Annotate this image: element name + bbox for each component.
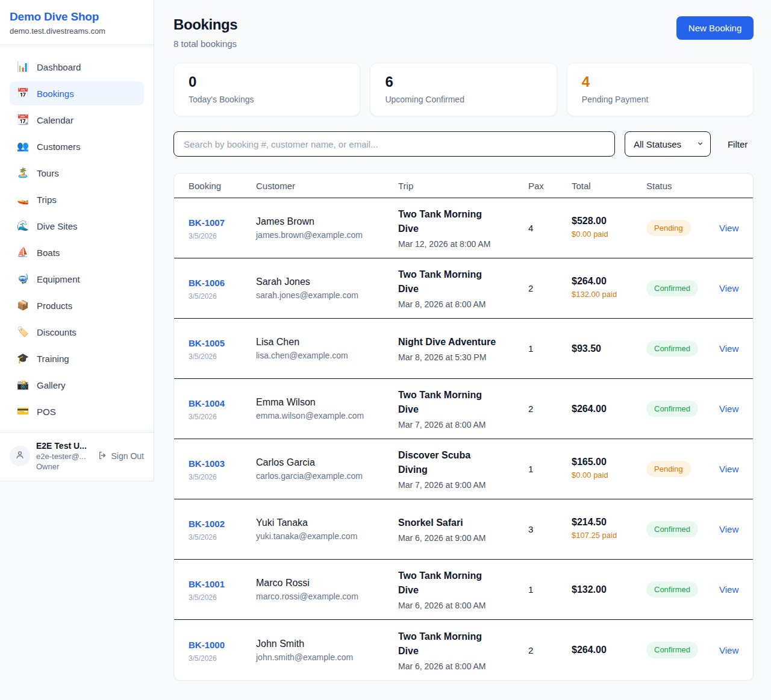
customer-cell: Yuki Tanakayuki.tanaka@example.com (256, 517, 398, 541)
total-cell: $264.00$132.00 paid (572, 276, 646, 300)
trip-datetime: Mar 12, 2026 at 8:00 AM (398, 239, 528, 249)
app: Demo Dive Shop demo.test.divestreams.com… (0, 0, 771, 699)
sidebar-item-training[interactable]: 🎓Training (10, 346, 144, 370)
sign-out-icon (98, 451, 107, 462)
search-input[interactable] (173, 131, 615, 157)
sidebar-item-label: Trips (37, 195, 57, 205)
booking-id-link[interactable]: BK-1004 (189, 396, 225, 411)
brand-name: Demo Dive Shop (10, 10, 144, 23)
booking-cell: BK-10063/5/2026 (189, 276, 256, 301)
trip-cell: Two Tank Morning DiveMar 7, 2026 at 8:00… (398, 388, 528, 430)
view-link[interactable]: View (719, 223, 738, 233)
column-header: Pax (528, 181, 572, 191)
booking-id-link[interactable]: BK-1006 (189, 276, 225, 290)
sidebar-item-label: Calendar (37, 115, 73, 125)
total-cell: $132.00 (572, 584, 646, 595)
user-name: E2E Test U... (36, 441, 92, 451)
page-header: Bookings 8 total bookings New Booking (173, 16, 754, 49)
booking-id-link[interactable]: BK-1007 (189, 216, 225, 230)
booking-id-link[interactable]: BK-1001 (189, 577, 225, 592)
pax-count: 3 (528, 524, 572, 534)
booking-cell: BK-10073/5/2026 (189, 216, 256, 240)
stat-card-todays-bookings: 0Today's Bookings (173, 63, 360, 116)
sidebar-item-dashboard[interactable]: 📊Dashboard (10, 55, 144, 79)
sidebar-item-discounts[interactable]: 🏷️Discounts (10, 320, 144, 344)
speedboat-icon: 🚤 (17, 195, 29, 204)
column-header: Booking (189, 181, 256, 191)
sidebar-item-gallery[interactable]: 📸Gallery (10, 373, 144, 397)
customer-cell: Marco Rossimarco.rossi@example.com (256, 578, 398, 601)
sidebar-item-label: Tours (37, 168, 59, 178)
table-row: BK-10023/5/2026Yuki Tanakayuki.tanaka@ex… (174, 499, 753, 560)
booking-id-link[interactable]: BK-1000 (189, 638, 225, 652)
page-header-text: Bookings 8 total bookings (173, 16, 237, 49)
wave-icon: 🌊 (17, 221, 29, 231)
total-cell: $264.00 (572, 404, 646, 414)
total-amount: $132.00 (572, 584, 646, 595)
column-header: Total (572, 181, 646, 191)
booking-cell: BK-10053/5/2026 (189, 336, 256, 361)
view-link[interactable]: View (719, 584, 738, 595)
status-cell: Confirmed (646, 581, 719, 598)
view-link[interactable]: View (719, 343, 738, 354)
sidebar-item-label: Boats (37, 248, 60, 258)
sidebar-item-equipment[interactable]: 🤿Equipment (10, 267, 144, 291)
customer-cell: Lisa Chenlisa.chen@example.com (256, 337, 398, 360)
view-link[interactable]: View (719, 464, 738, 474)
new-booking-button[interactable]: New Booking (676, 16, 754, 40)
user-meta: E2E Test U... e2e-tester@... Owner (36, 441, 92, 471)
customer-name: John Smith (256, 639, 398, 649)
brand-domain: demo.test.divestreams.com (10, 27, 144, 36)
table-body: BK-10073/5/2026James Brownjames.brown@ex… (174, 198, 753, 680)
table-row: BK-10073/5/2026James Brownjames.brown@ex… (174, 198, 753, 258)
stat-value: 0 (189, 73, 345, 90)
sidebar-item-boats[interactable]: ⛵Boats (10, 240, 144, 264)
pax-count: 2 (528, 404, 572, 414)
sidebar-item-tours[interactable]: 🏝️Tours (10, 161, 144, 185)
paid-amount: $0.00 paid (572, 470, 622, 481)
trip-datetime: Mar 6, 2026 at 8:00 AM (398, 661, 528, 671)
total-cell: $528.00$0.00 paid (572, 216, 646, 240)
sidebar-item-trips[interactable]: 🚤Trips (10, 187, 144, 211)
view-link[interactable]: View (719, 404, 738, 414)
filter-button[interactable]: Filter (720, 139, 754, 149)
island-icon: 🏝️ (17, 168, 29, 178)
sidebar-item-products[interactable]: 📦Products (10, 293, 144, 317)
brand: Demo Dive Shop demo.test.divestreams.com (0, 0, 154, 45)
paid-amount: $0.00 paid (572, 229, 622, 240)
table-row: BK-10043/5/2026Emma Wilsonemma.wilson@ex… (174, 379, 753, 439)
customer-email: carlos.garcia@example.com (256, 471, 398, 481)
booking-id-link[interactable]: BK-1005 (189, 336, 225, 351)
customer-email: yuki.tanaka@example.com (256, 531, 398, 541)
sidebar-item-dive-sites[interactable]: 🌊Dive Sites (10, 214, 144, 238)
booking-id-link[interactable]: BK-1002 (189, 517, 225, 531)
sign-out-button[interactable]: Sign Out (98, 451, 144, 462)
total-amount: $264.00 (572, 404, 646, 414)
trip-cell: Snorkel SafariMar 6, 2026 at 9:00 AM (398, 516, 528, 543)
stat-value: 4 (582, 73, 738, 90)
tag-icon: 🏷️ (17, 327, 29, 337)
view-link[interactable]: View (719, 524, 738, 534)
table-row: BK-10003/5/2026John Smithjohn.smith@exam… (174, 620, 753, 680)
booking-cell: BK-10043/5/2026 (189, 396, 256, 421)
sidebar-item-calendar[interactable]: 📆Calendar (10, 108, 144, 132)
trip-datetime: Mar 6, 2026 at 8:00 AM (398, 601, 528, 610)
sidebar-item-bookings[interactable]: 📅Bookings (10, 81, 144, 105)
booking-cell: BK-10003/5/2026 (189, 638, 256, 663)
view-link[interactable]: View (719, 645, 738, 655)
sidebar-item-label: POS (37, 407, 56, 417)
status-badge: Confirmed (646, 401, 698, 417)
user-role: Owner (36, 462, 92, 471)
table-row: BK-10013/5/2026Marco Rossimarco.rossi@ex… (174, 560, 753, 620)
booking-id-link[interactable]: BK-1003 (189, 457, 225, 471)
booking-date: 3/5/2026 (189, 654, 256, 663)
view-link[interactable]: View (719, 283, 738, 293)
trip-name: Discover Scuba Diving (398, 448, 502, 477)
sidebar-item-pos[interactable]: 💳POS (10, 399, 144, 423)
sidebar-item-customers[interactable]: 👥Customers (10, 134, 144, 158)
status-cell: Pending (646, 461, 719, 478)
customer-cell: Sarah Jonessarah.jones@example.com (256, 277, 398, 300)
customer-name: James Brown (256, 216, 398, 227)
status-select[interactable]: All Statuses (625, 131, 711, 157)
page-subtitle: 8 total bookings (173, 39, 237, 49)
